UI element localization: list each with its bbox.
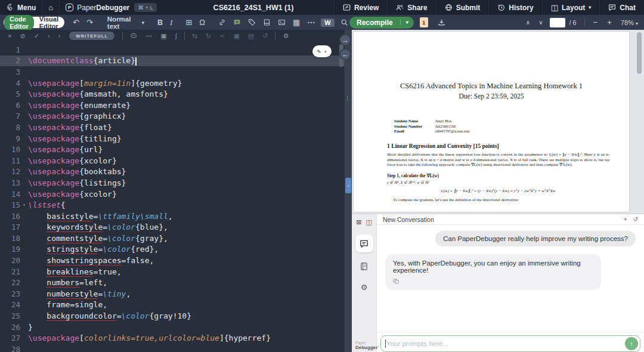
recompile-button[interactable]: Recompile <box>349 18 400 27</box>
previous-page-button[interactable]: ∧ <box>522 19 534 26</box>
paragraph-style-select[interactable]: Normal text <box>103 16 134 30</box>
ai-assistant-button[interactable] <box>126 32 141 40</box>
edit-tools-pill[interactable]: ✎ ▾ <box>312 45 332 57</box>
code-line-21[interactable]: 21 breaklines=true, <box>0 266 345 277</box>
accept-button[interactable]: ✓ <box>30 32 44 40</box>
add-comment-button[interactable] <box>230 18 244 26</box>
code-line-3[interactable]: 3 <box>0 66 345 78</box>
code-line-25[interactable]: 25 backgroundcolor=\color{gray!10} <box>0 310 345 322</box>
settings-tab[interactable]: ⚙ <box>361 283 368 292</box>
insert-citation-button[interactable] <box>259 18 274 26</box>
insert-label-button[interactable] <box>244 18 259 26</box>
divider-drag-handle[interactable]: ⋮⋮ <box>345 97 352 100</box>
code-line-9[interactable]: 9\usepackage{titling} <box>0 133 345 144</box>
code-line-15[interactable]: 15▾\lstset{ <box>0 199 345 211</box>
review-button[interactable]: Review <box>334 0 387 15</box>
menu-button[interactable]: Menu <box>0 0 42 15</box>
code-line-18[interactable]: 18 commentstyle=\color{gray}, <box>0 233 345 244</box>
code-line-11[interactable]: 11\usepackage{xcolor} <box>0 155 345 166</box>
document-check-button[interactable]: ▤ <box>244 32 258 40</box>
recompile-options-caret[interactable]: ▾ <box>400 20 414 25</box>
code-line-22[interactable]: 22 numbers=left, <box>0 277 345 288</box>
code-line-20[interactable]: 20 showstringspaces=false, <box>0 255 345 266</box>
expand-panel-button[interactable]: ◫ <box>366 218 371 226</box>
pdf-scrollbar[interactable] <box>637 32 642 74</box>
code-line-23[interactable]: 23 numberstyle=\tiny, <box>0 288 345 299</box>
insert-figure-button[interactable] <box>274 18 289 26</box>
insert-symbol-button[interactable]: Ω <box>196 18 209 27</box>
more-tools-button[interactable]: ⋯ <box>304 18 318 27</box>
new-conversation-button[interactable]: + <box>624 216 627 223</box>
share-selection-button[interactable]: ≺ <box>215 32 229 40</box>
code-line-24[interactable]: 24 frame=single, <box>0 299 345 311</box>
conversation-history-button[interactable]: ↺ <box>633 216 638 223</box>
share-button[interactable]: Share <box>387 0 435 15</box>
code-line-16[interactable]: 16 basicstyle=\ttfamily\small, <box>0 211 345 222</box>
code-line-17[interactable]: 17 keywordstyle=\color{blue}, <box>0 222 345 233</box>
paraphrase-button[interactable]: ▣ <box>156 32 171 40</box>
code-line-4[interactable]: 4\usepackage[margin=1in]{geometry} <box>0 78 345 89</box>
code-line-14[interactable]: 14\usepackage{xcolor} <box>0 189 345 200</box>
code-line-8[interactable]: 8\usepackage{float} <box>0 122 345 133</box>
previous-suggestion-button[interactable]: ‹ <box>44 32 54 39</box>
language-suggestions-button[interactable]: ⋯ <box>141 32 156 40</box>
insert-math-button[interactable]: ⊞ <box>182 18 196 27</box>
insert-table-button[interactable]: ▦ <box>289 18 304 27</box>
code-line-26[interactable]: 26} <box>0 322 345 333</box>
split-view-button[interactable]: ⇆ <box>188 32 202 40</box>
home-button[interactable]: ⌂ <box>42 0 60 15</box>
italic-button[interactable]: I <box>166 18 176 27</box>
paperdebugger-tab[interactable]: P PaperDebugger ⌘ + L <box>60 0 163 15</box>
chat-tab-active[interactable] <box>355 234 373 252</box>
code-line-7[interactable]: 7\usepackage{graphicx} <box>0 111 345 122</box>
send-button[interactable]: ↑ <box>625 337 638 350</box>
zoom-in-button[interactable]: + <box>603 18 616 27</box>
bold-button[interactable]: B <box>154 18 166 27</box>
writefull-button[interactable]: W <box>321 18 334 27</box>
copy-selection-button[interactable]: ▣ <box>229 32 243 40</box>
reject-button[interactable]: × <box>4 32 16 39</box>
sync-button[interactable]: ↻ <box>202 32 215 40</box>
code-line-5[interactable]: 5\usepackage{amsmath, amsfonts} <box>0 88 345 100</box>
copy-message-button[interactable] <box>393 278 593 286</box>
page-number-input[interactable] <box>550 18 565 27</box>
code-line-13[interactable]: 13\usepackage{listings} <box>0 177 345 189</box>
layout-button[interactable]: ◫ Layout ▾ <box>542 0 600 15</box>
logs-button[interactable]: 1 <box>420 17 428 27</box>
pdf-viewer[interactable]: CS6216 Advanced Topics in Machine Learni… <box>352 30 644 214</box>
chat-button[interactable]: Chat <box>599 0 644 15</box>
undo-button[interactable]: ↶ <box>69 18 83 27</box>
chat-main: New Conversation + ↺ Can PaperDebugger r… <box>377 214 644 352</box>
history-button[interactable]: History <box>488 0 541 15</box>
submit-button[interactable]: Submit <box>436 0 489 15</box>
code-editor-toggle[interactable]: Code Editor <box>4 15 34 30</box>
zoom-level-select[interactable]: 78% ▾ <box>621 19 638 26</box>
math-to-latex-button[interactable]: ∫ <box>171 32 181 39</box>
expand-left-button[interactable]: ← <box>339 48 351 60</box>
recheck-button[interactable]: ↺ <box>258 32 272 40</box>
writefull-settings-button[interactable]: ⚙ <box>278 32 293 40</box>
redo-button[interactable]: ↷ <box>83 18 97 27</box>
code-line-19[interactable]: 19 stringstyle=\color{red}, <box>0 244 345 255</box>
collapsed-panel-handle[interactable]: › <box>345 178 351 193</box>
expand-right-button[interactable]: → <box>339 34 351 46</box>
code-line-27[interactable]: 27\usepackage[colorlinks=true,urlcolor=b… <box>0 332 345 344</box>
zoom-out-button[interactable]: − <box>589 18 602 27</box>
code-line-2[interactable]: 2\documentclass{article} <box>0 55 345 67</box>
disable-button[interactable]: ⊘ <box>16 32 29 40</box>
code-editor[interactable]: 12\documentclass{article}34\usepackage[m… <box>0 42 345 352</box>
insert-link-button[interactable] <box>215 18 230 26</box>
code-line-12[interactable]: 12\usepackage{booktabs} <box>0 166 345 178</box>
next-suggestion-button[interactable]: › <box>54 32 65 39</box>
code-line-6[interactable]: 6\usepackage{enumerate} <box>0 100 345 111</box>
close-panel-button[interactable]: ⊠ <box>356 218 361 226</box>
library-tab[interactable] <box>360 262 369 273</box>
code-line-10[interactable]: 10\usepackage{url} <box>0 144 345 155</box>
code-line-1[interactable]: 1 <box>0 44 345 55</box>
next-page-button[interactable]: ∨ <box>535 19 546 26</box>
code-line-28[interactable]: 28 <box>0 344 345 352</box>
download-pdf-button[interactable] <box>434 18 449 26</box>
pane-divider[interactable]: → ← ⋮⋮ › <box>345 30 352 352</box>
prompt-input[interactable] <box>380 335 640 352</box>
visual-editor-toggle[interactable]: Visual Editor <box>34 15 64 30</box>
